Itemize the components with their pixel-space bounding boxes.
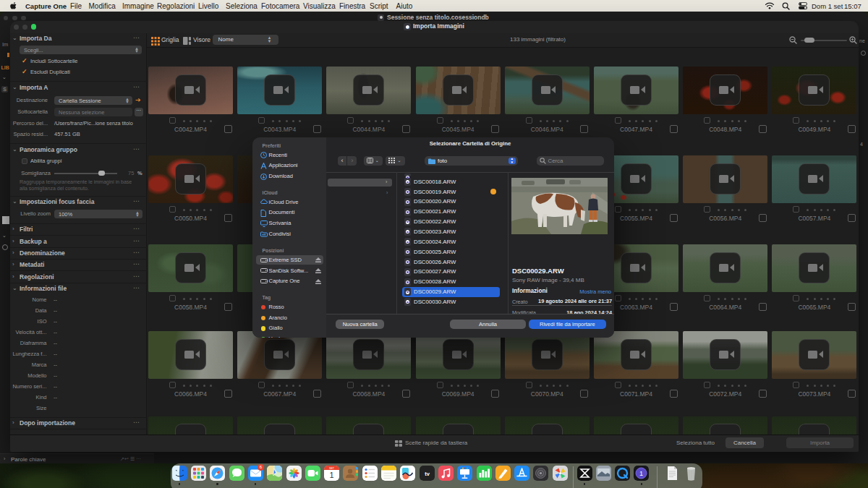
svg-text:tv: tv <box>425 471 430 477</box>
svg-text:SET: SET <box>329 467 335 470</box>
svg-text:1: 1 <box>639 470 643 477</box>
svg-text:1: 1 <box>330 471 334 479</box>
